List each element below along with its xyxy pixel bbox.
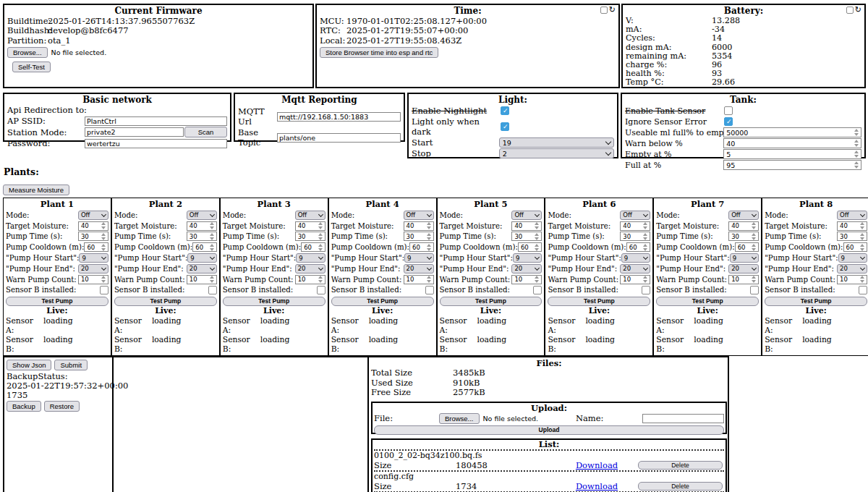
number-spinner[interactable] (317, 244, 324, 251)
spin-down-icon[interactable] (427, 226, 431, 229)
target-moisture-input[interactable]: 40 (728, 221, 759, 231)
spin-down-icon[interactable] (318, 248, 323, 251)
test-pump-button[interactable]: Test Pump (223, 297, 326, 306)
number-spinner[interactable] (859, 244, 866, 251)
target-moisture-input[interactable]: 40 (620, 221, 650, 231)
spin-up-icon[interactable] (427, 276, 431, 279)
mqtt-url-input[interactable] (277, 112, 401, 122)
target-moisture-input[interactable]: 40 (187, 221, 217, 231)
number-spinner[interactable] (853, 161, 860, 169)
number-spinner[interactable] (750, 276, 757, 283)
number-spinner[interactable] (853, 150, 860, 158)
spin-down-icon[interactable] (210, 280, 214, 283)
spin-down-icon[interactable] (854, 155, 859, 158)
spin-down-icon[interactable] (427, 237, 431, 240)
pump-cooldown-input[interactable]: 60 (301, 242, 326, 252)
light-stop-select[interactable]: 2 (499, 148, 614, 158)
spin-up-icon[interactable] (318, 233, 323, 236)
delete-button[interactable]: Delete (638, 461, 723, 470)
number-spinner[interactable] (100, 233, 107, 240)
number-spinner[interactable] (208, 276, 216, 283)
spin-up-icon[interactable] (854, 129, 859, 132)
spin-down-icon[interactable] (854, 166, 859, 169)
light-start-select[interactable]: 19 (499, 137, 614, 148)
spin-down-icon[interactable] (318, 237, 323, 240)
spin-up-icon[interactable] (860, 276, 864, 279)
spin-down-icon[interactable] (643, 237, 647, 240)
spin-up-icon[interactable] (101, 222, 106, 225)
pump-hour-end-select[interactable]: 20 (295, 264, 326, 273)
sensor-b-installed-checkbox[interactable] (208, 286, 217, 294)
warn-pump-count-input[interactable]: 10 (404, 275, 434, 284)
spin-up-icon[interactable] (427, 222, 431, 225)
sensor-b-installed-checkbox[interactable] (425, 286, 434, 294)
refresh-icon[interactable]: ↻ (609, 7, 616, 14)
pump-hour-end-select[interactable]: 20 (837, 264, 867, 273)
number-spinner[interactable] (425, 244, 433, 251)
spin-down-icon[interactable] (860, 280, 864, 283)
spin-down-icon[interactable] (854, 144, 859, 147)
warn-pump-count-input[interactable]: 10 (728, 275, 759, 284)
spin-up-icon[interactable] (535, 222, 539, 225)
base-topic-input[interactable] (277, 133, 401, 143)
spin-up-icon[interactable] (643, 276, 647, 279)
measure-moisture-button[interactable]: Measure Moisture (3, 184, 69, 195)
spin-down-icon[interactable] (643, 248, 647, 251)
mode-select[interactable]: Off (187, 211, 217, 220)
spin-up-icon[interactable] (752, 244, 756, 247)
spin-down-icon[interactable] (318, 226, 323, 229)
firmware-browse-button[interactable]: Browse... (7, 47, 48, 58)
spin-up-icon[interactable] (427, 244, 431, 247)
spin-up-icon[interactable] (210, 222, 214, 225)
number-spinner[interactable] (750, 244, 757, 251)
sensor-b-installed-checkbox[interactable] (859, 286, 867, 294)
number-spinner[interactable] (100, 276, 107, 283)
sensor-b-installed-checkbox[interactable] (533, 286, 542, 294)
mode-select[interactable]: Off (837, 211, 867, 220)
spin-down-icon[interactable] (860, 237, 864, 240)
pump-hour-start-select[interactable]: 9 (79, 253, 108, 263)
number-spinner[interactable] (317, 222, 324, 229)
pump-hour-end-select[interactable]: 20 (78, 264, 109, 273)
spin-up-icon[interactable] (752, 222, 756, 225)
warn-pump-count-input[interactable]: 10 (511, 275, 542, 284)
download-link[interactable]: Download (576, 460, 618, 470)
number-spinner[interactable] (859, 233, 866, 240)
spin-down-icon[interactable] (427, 248, 431, 251)
mode-select[interactable]: Off (295, 211, 326, 220)
pump-time-input[interactable]: 30 (404, 232, 434, 241)
sensor-b-installed-checkbox[interactable] (642, 286, 650, 294)
spin-down-icon[interactable] (101, 280, 106, 283)
pump-cooldown-input[interactable]: 60 (843, 242, 868, 252)
pump-hour-start-select[interactable]: 9 (730, 253, 759, 263)
store-browser-time-button[interactable]: Store Browser time into esp and rtc (320, 47, 438, 58)
number-spinner[interactable] (533, 222, 540, 229)
spin-down-icon[interactable] (860, 248, 864, 251)
spin-down-icon[interactable] (535, 248, 539, 251)
number-spinner[interactable] (208, 222, 216, 229)
spin-up-icon[interactable] (854, 150, 859, 153)
spin-down-icon[interactable] (752, 237, 756, 240)
pump-cooldown-input[interactable]: 60 (84, 242, 109, 252)
spin-up-icon[interactable] (101, 276, 106, 279)
number-spinner[interactable] (853, 140, 860, 147)
pump-hour-end-select[interactable]: 20 (620, 264, 650, 273)
pump-time-input[interactable]: 30 (78, 232, 109, 241)
number-spinner[interactable] (642, 233, 649, 240)
number-spinner[interactable] (642, 276, 649, 283)
pump-time-input[interactable]: 30 (728, 232, 759, 241)
spin-up-icon[interactable] (854, 161, 859, 164)
pump-hour-start-select[interactable]: 9 (513, 253, 542, 263)
test-pump-button[interactable]: Test Pump (114, 297, 217, 306)
warn-pump-count-input[interactable]: 10 (187, 275, 217, 284)
spin-up-icon[interactable] (860, 222, 864, 225)
spin-down-icon[interactable] (860, 226, 864, 229)
target-moisture-input[interactable]: 40 (78, 221, 109, 231)
spin-up-icon[interactable] (643, 233, 647, 236)
number-spinner[interactable] (750, 222, 757, 229)
spin-down-icon[interactable] (535, 226, 539, 229)
pump-cooldown-input[interactable]: 60 (518, 242, 542, 252)
mode-select[interactable]: Off (728, 211, 759, 220)
sensor-b-installed-checkbox[interactable] (317, 286, 326, 294)
spin-up-icon[interactable] (535, 276, 539, 279)
